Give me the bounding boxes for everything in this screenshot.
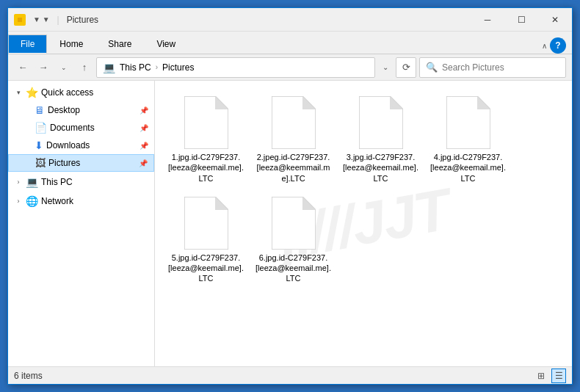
sidebar-item-quick-access[interactable]: ▾ ⭐ Quick access xyxy=(8,84,154,101)
expand-icon-network: › xyxy=(14,197,23,206)
main-content: ▾ ⭐ Quick access 🖥 Desktop 📌 📄 Documents… xyxy=(8,81,572,366)
pin-icon-downloads: 📌 xyxy=(139,142,154,150)
title-bar-left: ▼ ▼ | Pictures xyxy=(14,14,98,26)
file-item-4[interactable]: 4.jpg.id-C279F237.[leeza@keemail.me].LTC xyxy=(426,90,510,187)
file-name-3: 3.jpg.id-C279F237.[leeza@keemail.me].LTC xyxy=(342,152,419,184)
search-icon: 🔍 xyxy=(426,62,438,73)
sidebar-label-network: Network xyxy=(41,196,73,206)
expand-spacer xyxy=(23,159,32,167)
pc-icon: 💻 xyxy=(103,62,115,73)
expand-icon-pc: › xyxy=(14,178,23,186)
file-item-2[interactable]: 2.jpeg.id-C279F237.[leeza@keemmail.me].L… xyxy=(251,90,336,187)
breadcrumb-this-pc[interactable]: This PC xyxy=(120,62,151,73)
address-breadcrumb-box: 💻 This PC › Pictures xyxy=(96,57,375,78)
address-bar: ← → ⌄ ↑ 💻 This PC › Pictures ⌄ ⟳ 🔍 xyxy=(8,54,572,81)
file-name-5: 5.jpg.id-C279F237.[leeza@keemail.me].LTC xyxy=(167,253,244,284)
sidebar-item-this-pc[interactable]: › 💻 This PC xyxy=(8,173,154,191)
up-button[interactable]: ↑ xyxy=(76,59,93,76)
item-count: 6 items xyxy=(14,371,43,381)
svg-rect-1 xyxy=(18,18,22,22)
view-large-icons-button[interactable]: ⊞ xyxy=(534,369,548,383)
expand-spacer xyxy=(23,141,32,150)
this-pc-icon: 💻 xyxy=(26,176,38,188)
help-button[interactable]: ? xyxy=(550,37,566,54)
downloads-icon: ⬇ xyxy=(35,139,43,151)
recent-locations-button[interactable]: ⌄ xyxy=(55,59,73,76)
sidebar-label-this-pc: This PC xyxy=(41,177,73,187)
ribbon-tabs: File Home Share View ∧ ? xyxy=(8,32,572,54)
window-icon xyxy=(14,14,26,26)
sidebar-item-downloads[interactable]: ⬇ Downloads 📌 xyxy=(8,137,154,154)
back-button[interactable]: ← xyxy=(14,59,32,76)
close-button[interactable]: ✕ xyxy=(538,8,572,32)
address-dropdown-button[interactable]: ⌄ xyxy=(378,57,393,78)
sidebar-item-label: Quick access xyxy=(41,87,93,98)
sidebar-label-downloads: Downloads xyxy=(46,140,137,150)
ribbon-help-area: ∧ ? xyxy=(542,37,572,54)
pictures-icon: 🖼 xyxy=(35,157,46,169)
file-name-4: 4.jpg.id-C279F237.[leeza@keemail.me].LTC xyxy=(429,152,507,184)
svg-marker-11 xyxy=(215,197,228,210)
status-bar: 6 items ⊞ ☰ xyxy=(8,366,572,384)
file-name-1: 1.jpg.id-C279F237.[leeza@keemail.me].LTC xyxy=(167,152,244,184)
search-box: 🔍 xyxy=(419,57,566,78)
ribbon: File Home Share View ∧ ? xyxy=(8,32,572,54)
maximize-button[interactable]: ☐ xyxy=(504,8,538,32)
file-icon-2 xyxy=(272,96,316,149)
view-details-button[interactable]: ☰ xyxy=(551,369,566,383)
file-icon-4 xyxy=(446,96,490,149)
file-icon-6 xyxy=(272,197,316,250)
file-name-2: 2.jpeg.id-C279F237.[leeza@keemmail.me].L… xyxy=(255,152,332,184)
sidebar-item-pictures[interactable]: 🖼 Pictures 📌 xyxy=(8,154,154,172)
sidebar-label-desktop: Desktop xyxy=(48,105,137,115)
ribbon-collapse-button[interactable]: ∧ xyxy=(542,42,547,50)
file-icon-3 xyxy=(359,96,403,149)
sidebar-network-section: › 🌐 Network xyxy=(8,192,154,210)
desktop-icon: 🖥 xyxy=(35,104,45,116)
file-icon-1 xyxy=(184,96,228,149)
file-explorer-window: ▼ ▼ | Pictures ─ ☐ ✕ File Home Share Vie… xyxy=(7,7,573,385)
sidebar-item-documents[interactable]: 📄 Documents 📌 xyxy=(8,119,154,137)
view-toggle-area: ⊞ ☰ xyxy=(534,369,566,383)
expand-spacer xyxy=(23,123,32,132)
sidebar-this-pc-section: › 💻 This PC xyxy=(8,173,154,191)
file-item-1[interactable]: 1.jpg.id-C279F237.[leeza@keemail.me].LTC xyxy=(164,90,248,187)
pin-icon-desktop: 📌 xyxy=(139,106,154,115)
sidebar-item-desktop[interactable]: 🖥 Desktop 📌 xyxy=(8,101,154,119)
file-item-6[interactable]: 6.jpg.id-C279F237.[leeza@keemail.me].LTC xyxy=(251,190,336,288)
refresh-button[interactable]: ⟳ xyxy=(396,57,416,78)
search-input[interactable] xyxy=(442,62,559,73)
sidebar-item-network[interactable]: › 🌐 Network xyxy=(8,192,154,210)
files-grid: 1.jpg.id-C279F237.[leeza@keemail.me].LTC… xyxy=(161,87,566,291)
file-name-6: 6.jpg.id-C279F237.[leeza@keemail.me].LTC xyxy=(255,253,332,284)
file-item-3[interactable]: 3.jpg.id-C279F237.[leeza@keemail.me].LTC xyxy=(338,90,423,187)
breadcrumb-separator: › xyxy=(156,63,158,71)
quick-access-icon: ⭐ xyxy=(26,87,38,98)
tab-home[interactable]: Home xyxy=(47,35,95,54)
file-icon-5 xyxy=(184,197,228,250)
title-bar-title: Pictures xyxy=(67,15,98,25)
breadcrumb-pictures[interactable]: Pictures xyxy=(162,62,194,73)
sidebar-quick-access-section: ▾ ⭐ Quick access 🖥 Desktop 📌 📄 Documents… xyxy=(8,84,154,172)
forward-button[interactable]: → xyxy=(35,59,52,76)
expand-icon: ▾ xyxy=(14,88,23,97)
network-icon: 🌐 xyxy=(26,195,38,207)
sidebar-label-pictures: Pictures xyxy=(48,158,136,168)
pin-icon-pictures: 📌 xyxy=(139,159,153,167)
file-item-5[interactable]: 5.jpg.id-C279F237.[leeza@keemail.me].LTC xyxy=(164,190,248,288)
expand-spacer xyxy=(23,106,32,115)
sidebar-label-documents: Documents xyxy=(50,123,137,133)
tab-share[interactable]: Share xyxy=(95,35,144,54)
minimize-button[interactable]: ─ xyxy=(471,8,504,32)
pin-icon-documents: 📌 xyxy=(139,124,154,132)
tab-view[interactable]: View xyxy=(144,35,188,54)
sidebar: ▾ ⭐ Quick access 🖥 Desktop 📌 📄 Documents… xyxy=(8,81,155,366)
quick-access-toolbar: ▼ ▼ xyxy=(33,15,50,23)
title-bar-controls: ─ ☐ ✕ xyxy=(471,8,572,32)
title-bar: ▼ ▼ | Pictures ─ ☐ ✕ xyxy=(8,8,572,32)
svg-marker-13 xyxy=(302,197,316,210)
documents-icon: 📄 xyxy=(35,122,47,134)
file-area: jl///JJT 1.jpg.id-C279F237.[leeza@keemai… xyxy=(155,81,572,366)
tab-file[interactable]: File xyxy=(8,35,47,54)
